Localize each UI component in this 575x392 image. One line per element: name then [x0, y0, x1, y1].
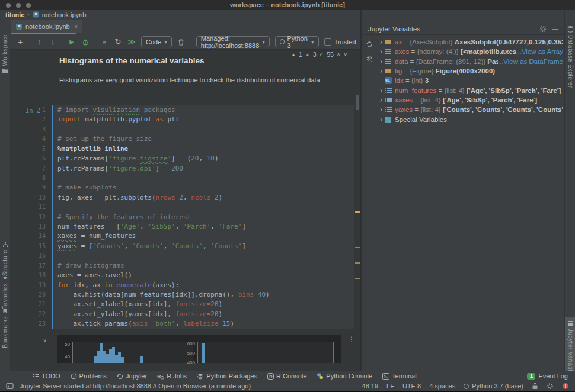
variable-row[interactable]: ›Special Variables: [378, 114, 563, 124]
expand-chevron-icon[interactable]: ›: [378, 87, 385, 94]
event-log-button[interactable]: 1 Event Log: [527, 372, 575, 380]
code-line[interactable]: 21 ax.set_xlabel(xaxes[idx], fontsize=20…: [10, 300, 354, 309]
trusted-checkbox[interactable]: Trusted: [324, 38, 356, 46]
sidebar-item-bookmarks[interactable]: Bookmarks: [0, 308, 10, 348]
expand-chevron-icon[interactable]: ›: [378, 106, 385, 113]
kernel-dropdown[interactable]: Python 3 ▾: [275, 36, 319, 47]
sidebar-item-structure[interactable]: Structure: [0, 242, 10, 276]
code-line[interactable]: 5%matplotlib inline: [10, 144, 354, 154]
toolwindow-toggle-icon[interactable]: [6, 383, 14, 390]
expand-chevron-icon[interactable]: ›: [378, 48, 385, 55]
line-number: 21: [10, 300, 52, 309]
variable-row[interactable]: ›axes = {ndarray: (4,)} [<matplotlib.axe…: [378, 47, 563, 56]
sidebar-item-workspace[interactable]: Workspace: [0, 34, 10, 73]
restart-kernel-button[interactable]: ↻: [114, 37, 122, 47]
code-line[interactable]: 12# Specify the features of interest: [10, 213, 354, 222]
cell-type-dropdown[interactable]: Code ▾: [141, 36, 172, 47]
code-line[interactable]: 18axes = axes.ravel(): [10, 271, 354, 280]
indent-style[interactable]: 4 spaces: [429, 383, 455, 390]
variable-row[interactable]: ›ax = {AxesSubplot} AxesSubplot(0.547727…: [378, 37, 563, 47]
add-cell-button[interactable]: +: [16, 37, 24, 47]
interpreter-selector[interactable]: Python 3.7 (base): [464, 383, 523, 390]
scrollbar-warning-mark[interactable]: [355, 247, 360, 248]
caret-position[interactable]: 48:19: [362, 383, 379, 390]
code-line[interactable]: 19for idx, ax in enumerate(axes):: [10, 281, 354, 290]
expand-chevron-icon[interactable]: ›: [378, 68, 385, 75]
breadcrumb-file[interactable]: notebook.ipynb: [42, 11, 87, 18]
code-line[interactable]: 14xaxes = num_features: [10, 232, 354, 241]
gear-icon[interactable]: [539, 25, 547, 33]
hide-panel-icon[interactable]: —: [552, 25, 558, 32]
tab-notebook[interactable]: notebook.ipynb ×: [11, 20, 82, 33]
toolwindow-python-packages[interactable]: Python Packages: [197, 372, 257, 380]
sidebar-item-favorites[interactable]: ★ Favorites: [0, 275, 10, 310]
code-line[interactable]: 3: [10, 125, 354, 134]
toolwindow-r-jobs[interactable]: R R Jobs: [157, 372, 187, 380]
variable-row[interactable]: ›yaxes = {list: 4} ['Counts', 'Counts', …: [378, 105, 563, 114]
scrollbar-warning-mark[interactable]: [355, 211, 360, 213]
close-tab-icon[interactable]: ×: [74, 23, 78, 30]
code-line[interactable]: 17# draw histograms: [10, 261, 354, 271]
expand-chevron-icon[interactable]: ›: [378, 97, 385, 104]
view-as-link[interactable]: View as Array: [522, 48, 563, 55]
previous-problem-icon[interactable]: ∧: [337, 52, 341, 57]
stop-kernel-button[interactable]: ■: [100, 37, 108, 47]
run-cell-button[interactable]: ▶: [68, 37, 76, 47]
code-line[interactable]: 1# import visulization packages: [10, 105, 354, 115]
view-as-link[interactable]: View as DataFrame: [503, 58, 563, 65]
move-cell-down-button[interactable]: ↓: [49, 37, 57, 47]
toolwindow-terminal[interactable]: Terminal: [382, 372, 417, 380]
error-indicator-icon[interactable]: [562, 383, 569, 390]
code-line[interactable]: 4# set up the figure size: [10, 134, 354, 144]
collapse-output-icon[interactable]: ∨: [43, 337, 47, 343]
code-line[interactable]: 6plt.rcParams['figure.figsize'] = (20, 1…: [10, 154, 354, 163]
code-line[interactable]: 16: [10, 251, 354, 261]
sidebar-item-database-explorer[interactable]: Database Explorer: [565, 25, 575, 88]
settings-gear-icon[interactable]: [366, 55, 373, 62]
delete-cell-button[interactable]: [177, 37, 186, 47]
variable-row[interactable]: idx = {int} 3: [378, 76, 563, 85]
output-menu-icon[interactable]: ⋮: [348, 335, 355, 343]
code-line[interactable]: 20 ax.hist(data[num_features[idx]].dropn…: [10, 290, 354, 300]
variable-row[interactable]: ›xaxes = {list: 4} ['Age', 'SibSp', 'Par…: [378, 95, 563, 105]
run-all-cells-button[interactable]: ≫: [127, 37, 136, 47]
file-encoding[interactable]: UTF-8: [402, 383, 421, 390]
code-line[interactable]: 8: [10, 173, 354, 183]
editor-scrollbar-thumb[interactable]: [356, 95, 359, 110]
scrollbar-warning-mark[interactable]: [355, 262, 360, 264]
code-line[interactable]: 2import matplotlib.pyplot as plt: [10, 115, 354, 124]
toolwindow-jupyter[interactable]: Jupyter: [117, 372, 147, 380]
code-cell[interactable]: 1# import visulization packages2import m…: [10, 105, 354, 329]
code-line[interactable]: 11: [10, 203, 354, 212]
code-line[interactable]: 13num_features = ['Age', 'SibSp', 'Parch…: [10, 222, 354, 232]
breadcrumb-project[interactable]: titanic: [5, 11, 24, 18]
expand-chevron-icon[interactable]: ›: [378, 38, 385, 46]
scrollbar-warning-mark[interactable]: [355, 278, 360, 279]
toolwindow-python-console[interactable]: Python Console: [317, 372, 372, 380]
status-message[interactable]: Jupyter Server started at http://localho…: [20, 383, 251, 390]
toolwindow-todo[interactable]: TODO: [33, 372, 60, 380]
code-line[interactable]: 10fig, axes = plt.subplots(nrows=2, ncol…: [10, 193, 354, 203]
code-line[interactable]: 22 ax.set_ylabel(yaxes[idx], fontsize=20…: [10, 310, 354, 319]
variable-row[interactable]: ›data = {DataFrame: (891, 12)} Passenger…: [378, 57, 563, 66]
code-line[interactable]: 9# make subplots: [10, 183, 354, 192]
jupyter-server-dropdown[interactable]: Managed: http://localhost:8888 ▾: [196, 36, 270, 47]
code-line[interactable]: 23 ax.tick_params(axis='both', labelsize…: [10, 319, 354, 329]
code-line[interactable]: 15yaxes = ['Counts', 'Counts', 'Counts',…: [10, 242, 354, 251]
toolwindow-problems[interactable]: Problems: [71, 372, 107, 380]
highlighting-level-icon[interactable]: [547, 383, 554, 390]
refresh-icon[interactable]: [366, 41, 373, 48]
lock-icon[interactable]: [532, 383, 538, 390]
line-separator[interactable]: LF: [386, 383, 394, 390]
next-problem-icon[interactable]: ∨: [343, 52, 347, 57]
inspections-widget[interactable]: ▲ 1 ▲ 3 ✔ 55 ∧ ∨: [291, 51, 347, 58]
toolwindow-r-console[interactable]: R R Console: [267, 372, 306, 380]
expand-chevron-icon[interactable]: ›: [378, 116, 385, 123]
variable-row[interactable]: ›num_features = {list: 4} ['Age', 'SibSp…: [378, 85, 563, 95]
variable-row[interactable]: ›fig = {Figure} Figure(4000x2000): [378, 66, 563, 76]
expand-chevron-icon[interactable]: ›: [378, 58, 385, 65]
code-line[interactable]: 7plt.rcParams['figure.dpi'] = 200: [10, 164, 354, 173]
move-cell-up-button[interactable]: ↑: [35, 37, 43, 47]
debug-cell-button[interactable]: [81, 37, 90, 47]
notebook-editor[interactable]: ▲ 1 ▲ 3 ✔ 55 ∧ ∨ Histograms of the numer…: [10, 50, 360, 371]
